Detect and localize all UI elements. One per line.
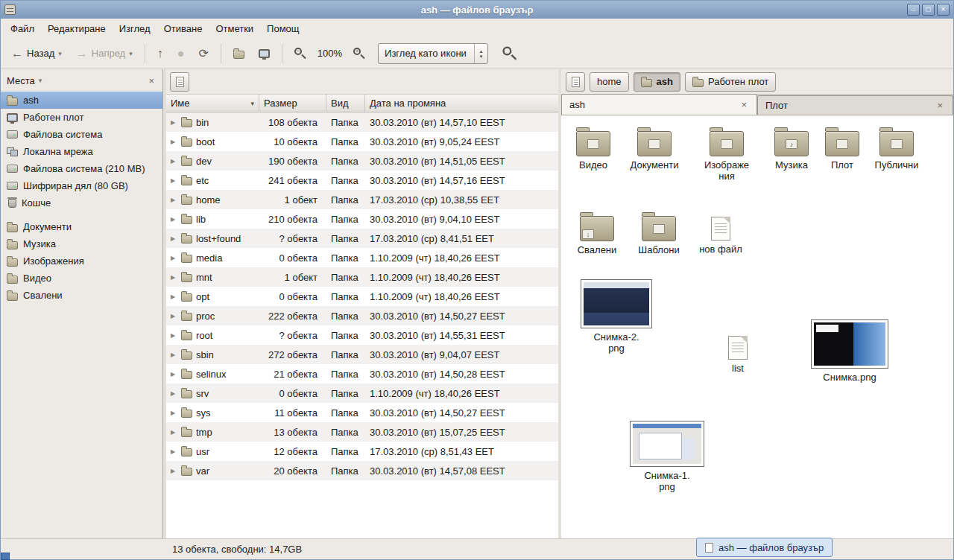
expander-icon[interactable]: ▶ <box>171 332 177 339</box>
stop-button[interactable]: ● <box>171 42 191 66</box>
folder-downloads[interactable]: ↓ Свалени <box>565 211 629 255</box>
expander-icon[interactable]: ▶ <box>171 274 177 281</box>
column-header-date[interactable]: Дата на промяна <box>365 95 558 112</box>
sidebar-title[interactable]: Места <box>7 75 35 86</box>
sidebar-item-music[interactable]: Музика <box>1 235 162 252</box>
view-mode-spinner-icon[interactable]: ▴▾ <box>474 44 487 63</box>
expander-icon[interactable]: ▶ <box>171 255 177 261</box>
expander-icon[interactable]: ▶ <box>171 119 177 126</box>
table-row-srv[interactable]: ▶srv 0 обекта Папка 1.10.2009 (чт) 18,40… <box>166 384 558 403</box>
titlebar[interactable]: ash — файлов браузър – □ × <box>1 1 953 19</box>
table-row-boot[interactable]: ▶boot 10 обекта Папка 30.03.2010 (вт) 9,… <box>166 132 558 151</box>
table-row-tmp[interactable]: ▶tmp 13 обекта Папка 30.03.2010 (вт) 15,… <box>166 422 558 442</box>
expander-icon[interactable]: ▶ <box>171 429 177 436</box>
search-button[interactable] <box>498 42 522 66</box>
table-row-home[interactable]: ▶home 1 обект Папка 17.03.2010 (ср) 10,3… <box>166 190 558 209</box>
expander-icon[interactable]: ▶ <box>171 410 177 416</box>
expander-icon[interactable]: ▶ <box>171 235 177 242</box>
file-snimka[interactable]: Снимка.png <box>810 319 889 383</box>
location-toggle-button[interactable] <box>566 72 585 92</box>
minimize-button[interactable]: – <box>907 4 920 16</box>
menu-edit[interactable]: Редактиране <box>41 21 113 36</box>
menu-view[interactable]: Изглед <box>113 21 157 36</box>
folder-documents[interactable]: Документи <box>622 126 686 171</box>
breadcrumb-home[interactable]: home <box>590 72 629 92</box>
breadcrumb-ash[interactable]: ash <box>634 72 680 92</box>
back-button[interactable]: ← Назад ▾ <box>5 42 68 66</box>
tab-ash[interactable]: ash × <box>561 94 757 115</box>
forward-button[interactable]: → Напред ▾ <box>70 42 139 66</box>
table-row-sys[interactable]: ▶sys 11 обекта Папка 30.03.2010 (вт) 14,… <box>166 403 558 422</box>
table-row-proc[interactable]: ▶proc 222 обекта Папка 30.03.2010 (вт) 1… <box>166 306 558 325</box>
sidebar-item-encrypted[interactable]: Шифриран дял (80 GB) <box>1 177 162 194</box>
tab-plot[interactable]: Плот × <box>757 95 953 115</box>
column-header-name[interactable]: Име ▾ <box>166 95 259 112</box>
expander-icon[interactable]: ▶ <box>171 448 177 455</box>
back-dropdown-icon[interactable]: ▾ <box>58 50 62 57</box>
computer-button[interactable] <box>253 42 276 66</box>
folder-pictures[interactable]: Изображения <box>695 126 759 182</box>
table-row-var[interactable]: ▶var 20 обекта Папка 30.03.2010 (вт) 14,… <box>166 461 558 480</box>
expander-icon[interactable]: ▶ <box>171 371 177 378</box>
table-row-selinux[interactable]: ▶selinux 21 обекта Папка 30.03.2010 (вт)… <box>166 364 558 384</box>
table-row-lost-found[interactable]: ▶lost+found ? обекта Папка 17.03.2010 (с… <box>166 229 558 248</box>
sidebar-dropdown-icon[interactable]: ▾ <box>39 77 42 84</box>
expander-icon[interactable]: ▶ <box>171 468 177 474</box>
file-list[interactable]: list <box>706 330 770 374</box>
home-button[interactable] <box>227 42 250 66</box>
menu-bookmarks[interactable]: Отметки <box>209 21 260 36</box>
column-header-size[interactable]: Размер <box>259 95 326 112</box>
table-row-opt[interactable]: ▶opt 0 обекта Папка 1.10.2009 (чт) 18,40… <box>166 287 558 306</box>
table-row-lib[interactable]: ▶lib 210 обекта Папка 30.03.2010 (вт) 9,… <box>166 209 558 229</box>
icon-canvas[interactable]: Видео Документи Изображения ♪ Музика Пло… <box>561 115 953 538</box>
table-row-media[interactable]: ▶media 0 обекта Папка 1.10.2009 (чт) 18,… <box>166 248 558 267</box>
table-row-usr[interactable]: ▶usr 12 обекта Папка 17.03.2010 (ср) 8,5… <box>166 442 558 461</box>
expander-icon[interactable]: ▶ <box>171 293 177 300</box>
table-row-sbin[interactable]: ▶sbin 272 обекта Папка 30.03.2010 (вт) 9… <box>166 345 558 364</box>
view-mode-select[interactable]: Изглед като икони ▴▾ <box>378 43 488 64</box>
close-button[interactable]: × <box>937 4 950 16</box>
expander-icon[interactable]: ▶ <box>171 390 177 397</box>
reload-button[interactable]: ⟳ <box>192 42 214 66</box>
table-row-bin[interactable]: ▶bin 108 обекта Папка 30.03.2010 (вт) 14… <box>166 112 558 132</box>
table-row-dev[interactable]: ▶dev 190 обекта Папка 30.03.2010 (вт) 14… <box>166 151 558 171</box>
sidebar-item-desktop[interactable]: Работен плот <box>1 109 162 126</box>
menu-help[interactable]: Помощ <box>260 21 306 36</box>
sidebar-item-filesystem-210mb[interactable]: Файлова система (210 MB) <box>1 160 162 177</box>
sidebar-item-network[interactable]: Локална мрежа <box>1 143 162 160</box>
table-row-root[interactable]: ▶root ? обекта Папка 30.03.2010 (вт) 14,… <box>166 325 558 345</box>
zoom-in-button[interactable]: + <box>347 42 371 66</box>
folder-templates[interactable]: Шаблони <box>627 211 691 255</box>
up-button[interactable]: ↑ <box>151 42 169 66</box>
expander-icon[interactable]: ▶ <box>171 216 177 223</box>
expander-icon[interactable]: ▶ <box>171 313 177 319</box>
tab-close-icon[interactable]: × <box>935 100 945 111</box>
file-snimka-1[interactable]: Снимка-1.png <box>629 421 705 492</box>
sidebar-close-icon[interactable]: × <box>146 75 157 86</box>
expander-icon[interactable]: ▶ <box>171 351 177 358</box>
sidebar-item-documents[interactable]: Документи <box>1 218 162 235</box>
zoom-out-button[interactable]: − <box>288 42 312 66</box>
column-header-type[interactable]: Вид <box>326 95 365 112</box>
file-snimka-2[interactable]: Снимка-2.png <box>579 279 654 354</box>
panel-corner-icon[interactable] <box>1 553 10 560</box>
table-row-mnt[interactable]: ▶mnt 1 обект Папка 1.10.2009 (чт) 18,40,… <box>166 267 558 287</box>
maximize-button[interactable]: □ <box>922 4 935 16</box>
menu-file[interactable]: Файл <box>4 21 41 36</box>
expander-icon[interactable]: ▶ <box>171 197 177 203</box>
expander-icon[interactable]: ▶ <box>171 177 177 184</box>
table-row-etc[interactable]: ▶etc 241 обекта Папка 30.03.2010 (вт) 14… <box>166 171 558 190</box>
sidebar-item-video[interactable]: Видео <box>1 270 162 287</box>
breadcrumb-desktop[interactable]: Работен плот <box>685 72 776 92</box>
taskbar-window-button[interactable]: ash — файлов браузър <box>696 538 833 557</box>
tab-close-icon[interactable]: × <box>739 99 749 110</box>
expander-icon[interactable]: ▶ <box>171 158 177 165</box>
menu-go[interactable]: Отиване <box>157 21 209 36</box>
sidebar-item-filesystem[interactable]: Файлова система <box>1 126 162 143</box>
folder-video[interactable]: Видео <box>561 126 625 171</box>
location-toggle-button[interactable] <box>170 72 189 92</box>
file-new-file[interactable]: нов файл <box>689 211 753 255</box>
sidebar-item-ash[interactable]: ash <box>1 92 162 109</box>
sidebar-item-pictures[interactable]: Изображения <box>1 252 162 270</box>
expander-icon[interactable]: ▶ <box>171 139 177 145</box>
